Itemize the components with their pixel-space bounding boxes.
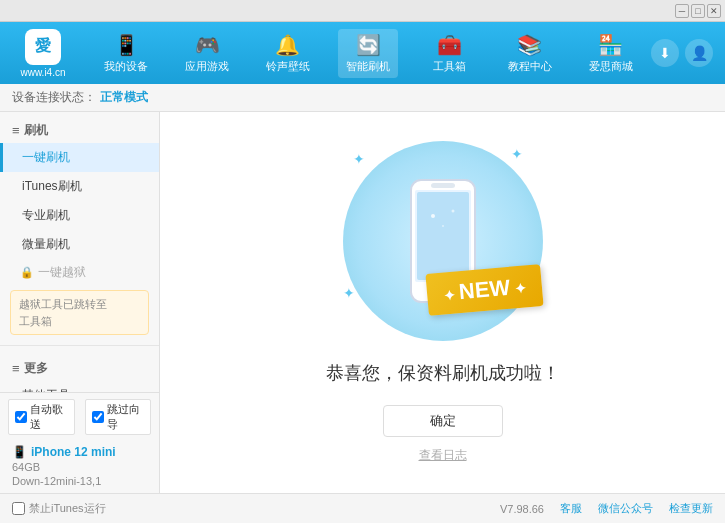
jailbreak-label: 一键越狱 (38, 264, 86, 281)
nav-item-my-device[interactable]: 📱 我的设备 (96, 29, 156, 78)
sidebar-section-flash: ≡ 刷机 一键刷机 iTunes刷机 专业刷机 微量刷机 🔒 一键越狱 越狱工具… (0, 112, 159, 341)
logo-url: www.i4.cn (20, 67, 65, 78)
nav-logo: 愛 www.i4.cn (8, 29, 78, 78)
sparkle-1: ✦ (353, 151, 365, 167)
smart-flash-icon: 🔄 (356, 33, 381, 57)
fans-city-icon: 🏪 (598, 33, 623, 57)
lock-icon: 🔒 (20, 266, 34, 279)
phone-illustration: ✦ ✦ ✦ NEW (333, 141, 553, 341)
nav-items: 📱 我的设备 🎮 应用游戏 🔔 铃声壁纸 🔄 智能刷机 🧰 工具箱 📚 教程中心… (86, 29, 651, 78)
device-info: 📱 iPhone 12 mini 64GB Down-12mini-13,1 (8, 441, 151, 487)
user-button[interactable]: 👤 (685, 39, 713, 67)
itunes-label: 禁止iTunes运行 (29, 501, 106, 516)
svg-point-5 (431, 214, 435, 218)
status-value: 正常模式 (100, 89, 148, 106)
jailbreak-note-line1: 越狱工具已跳转至 (19, 298, 107, 310)
itunes-label: iTunes刷机 (22, 179, 82, 193)
wizard-checkbox-input[interactable] (92, 411, 104, 423)
jailbreak-note-line2: 工具箱 (19, 315, 52, 327)
device-name: 📱 iPhone 12 mini (12, 445, 147, 459)
flash-section-icon: ≡ (12, 123, 20, 138)
sidebar-more-title: ≡ 更多 (0, 356, 159, 381)
sparkle-3: ✦ (343, 285, 355, 301)
fans-city-label: 爱思商城 (589, 59, 633, 74)
my-device-label: 我的设备 (104, 59, 148, 74)
device-phone-icon: 📱 (12, 445, 27, 459)
tutorials-icon: 📚 (517, 33, 542, 57)
sidebar-jailbreak-locked: 🔒 一键越狱 (0, 259, 159, 286)
title-bar: ─ □ ✕ (0, 0, 725, 22)
confirm-button[interactable]: 确定 (383, 405, 503, 437)
flash-section-label: 刷机 (24, 122, 48, 139)
tutorials-label: 教程中心 (508, 59, 552, 74)
version-label: V7.98.66 (500, 503, 544, 515)
itunes-checkbox[interactable] (12, 502, 25, 515)
checkbox-wizard[interactable]: 跳过向导 (85, 399, 152, 435)
nav-item-toolbox[interactable]: 🧰 工具箱 (419, 29, 479, 78)
success-text: 恭喜您，保资料刷机成功啦！ (326, 361, 560, 385)
sidebar-item-micro-flash[interactable]: 微量刷机 (0, 230, 159, 259)
svg-point-6 (451, 210, 454, 213)
toolbox-icon: 🧰 (437, 33, 462, 57)
footer-right: V7.98.66 客服 微信公众号 检查更新 (500, 501, 713, 516)
ringtones-label: 铃声壁纸 (266, 59, 310, 74)
sidebar-section-title-flash: ≡ 刷机 (0, 118, 159, 143)
checkbox-row: 自动歌送 跳过向导 (8, 399, 151, 435)
logo-icon: 愛 (25, 29, 61, 65)
pro-flash-label: 专业刷机 (22, 208, 70, 222)
nav-right: ⬇ 👤 (651, 39, 717, 67)
nav-item-smart-flash[interactable]: 🔄 智能刷机 (338, 29, 398, 78)
auto-checkbox-input[interactable] (15, 411, 27, 423)
new-badge: NEW (426, 264, 544, 316)
sidebar-bottom: 自动歌送 跳过向导 📱 iPhone 12 mini 64GB Down-12m… (0, 392, 160, 493)
download-button[interactable]: ⬇ (651, 39, 679, 67)
svg-rect-3 (431, 183, 455, 188)
wizard-checkbox-label: 跳过向导 (107, 402, 145, 432)
nav-item-tutorials[interactable]: 📚 教程中心 (500, 29, 560, 78)
wechat-link[interactable]: 微信公众号 (598, 501, 653, 516)
more-section-icon: ≡ (12, 361, 20, 376)
sidebar-jailbreak-note: 越狱工具已跳转至 工具箱 (10, 290, 149, 335)
one-click-label: 一键刷机 (22, 150, 70, 164)
sidebar-item-one-click[interactable]: 一键刷机 (0, 143, 159, 172)
service-link[interactable]: 客服 (560, 501, 582, 516)
micro-flash-label: 微量刷机 (22, 237, 70, 251)
auto-checkbox-label: 自动歌送 (30, 402, 68, 432)
maximize-button[interactable]: □ (691, 4, 705, 18)
apps-games-icon: 🎮 (195, 33, 220, 57)
sidebar-item-itunes[interactable]: iTunes刷机 (0, 172, 159, 201)
more-section-label: 更多 (24, 360, 48, 377)
device-storage: 64GB (12, 461, 147, 473)
update-link[interactable]: 检查更新 (669, 501, 713, 516)
nav-item-fans-city[interactable]: 🏪 爱思商城 (581, 29, 641, 78)
nav-item-ringtones[interactable]: 🔔 铃声壁纸 (258, 29, 318, 78)
close-button[interactable]: ✕ (707, 4, 721, 18)
sidebar-divider (0, 345, 159, 346)
footer: 禁止iTunes运行 V7.98.66 客服 微信公众号 检查更新 (0, 493, 725, 523)
toolbox-label: 工具箱 (433, 59, 466, 74)
minimize-button[interactable]: ─ (675, 4, 689, 18)
footer-left: 禁止iTunes运行 (12, 501, 106, 516)
status-label: 设备连接状态： (12, 89, 96, 106)
nav-bar: 愛 www.i4.cn 📱 我的设备 🎮 应用游戏 🔔 铃声壁纸 🔄 智能刷机 … (0, 22, 725, 84)
apps-games-label: 应用游戏 (185, 59, 229, 74)
svg-rect-2 (417, 192, 469, 280)
nav-item-apps-games[interactable]: 🎮 应用游戏 (177, 29, 237, 78)
cancel-link[interactable]: 查看日志 (419, 447, 467, 464)
checkbox-auto[interactable]: 自动歌送 (8, 399, 75, 435)
sidebar-item-pro-flash[interactable]: 专业刷机 (0, 201, 159, 230)
sparkle-2: ✦ (511, 146, 523, 162)
ringtones-icon: 🔔 (275, 33, 300, 57)
smart-flash-label: 智能刷机 (346, 59, 390, 74)
svg-point-7 (442, 225, 444, 227)
device-name-label: iPhone 12 mini (31, 445, 116, 459)
status-bar: 设备连接状态： 正常模式 (0, 84, 725, 112)
content-area: ✦ ✦ ✦ NEW 恭喜您，保资料刷机成功啦！ 确定 查看日志 (160, 112, 725, 493)
my-device-icon: 📱 (114, 33, 139, 57)
device-version: Down-12mini-13,1 (12, 475, 147, 487)
